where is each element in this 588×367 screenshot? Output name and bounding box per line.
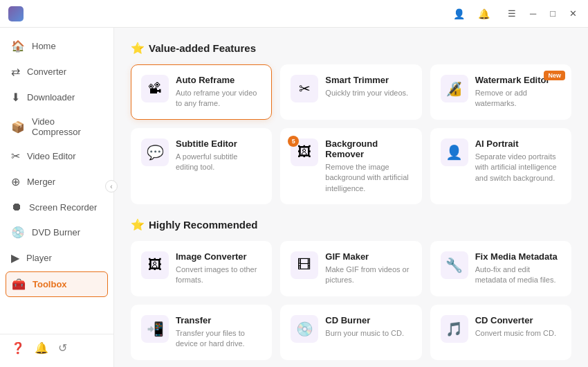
sidebar-item-video-compressor[interactable]: 📦Video Compressor xyxy=(0,110,113,143)
sidebar-item-screen-recorder[interactable]: ⏺Screen Recorder xyxy=(0,195,113,220)
feature-card-smart-trimmer[interactable]: ✂ Smart Trimmer Quickly trim your videos… xyxy=(280,64,421,120)
card-title-ai-portrait: AI Portrait xyxy=(475,138,561,149)
feature-card-cd-burner[interactable]: 💿 CD Burner Burn your music to CD. xyxy=(280,305,421,360)
card-desc-image-converter: Convert images to other formats. xyxy=(176,265,261,286)
collapse-sidebar-button[interactable]: ‹ xyxy=(105,180,118,193)
card-icon-transfer: 📲 xyxy=(141,315,169,343)
card-text-background-remover: Background Remover Remove the image back… xyxy=(325,138,411,194)
card-icon-wrapper-subtitle-editor: 💬 xyxy=(141,138,169,166)
card-desc-watermark-editor: Remove or add watermarks. xyxy=(475,88,561,109)
card-body-auto-reframe: 📽 Auto Reframe Auto reframe your video t… xyxy=(141,75,261,109)
notification-icon[interactable]: 🔔 xyxy=(475,4,494,24)
card-icon-wrapper-fix-media-metadata: 🔧 xyxy=(441,251,468,279)
card-icon-wrapper-transfer: 📲 xyxy=(141,315,169,343)
toolbox-icon: 🧰 xyxy=(12,278,26,291)
feature-card-auto-reframe[interactable]: 📽 Auto Reframe Auto reframe your video t… xyxy=(131,64,272,120)
card-text-auto-reframe: Auto Reframe Auto reframe your video to … xyxy=(176,75,261,109)
feature-card-image-converter[interactable]: 🖼 Image Converter Convert images to othe… xyxy=(131,241,272,296)
card-title-transfer: Transfer xyxy=(176,315,261,325)
card-text-transfer: Transfer Transfer your files to device o… xyxy=(176,315,261,350)
feature-card-ai-portrait[interactable]: 👤 AI Portrait Separate video portraits w… xyxy=(430,128,571,204)
sidebar: 🏠Home⇄Converter⬇Downloader📦Video Compres… xyxy=(0,28,114,367)
user-icon[interactable]: 👤 xyxy=(450,4,469,24)
card-icon-wrapper-auto-reframe: 📽 xyxy=(141,75,169,102)
maximize-button[interactable]: □ xyxy=(547,7,558,20)
screen-recorder-icon: ⏺ xyxy=(11,201,22,213)
card-icon-wrapper-background-remover: 🖼 5 xyxy=(291,138,318,166)
card-title-background-remover: Background Remover xyxy=(325,138,411,159)
card-icon-cd-burner: 💿 xyxy=(291,315,318,343)
card-icon-auto-reframe: 📽 xyxy=(141,75,169,102)
card-title-smart-trimmer: Smart Trimmer xyxy=(325,75,411,85)
sidebar-item-downloader[interactable]: ⬇Downloader xyxy=(0,84,113,110)
sidebar-label-video-compressor: Video Compressor xyxy=(32,116,102,137)
sidebar-item-dvd-burner[interactable]: 💿DVD Burner xyxy=(0,220,113,245)
main-content: ⭐Value-added Features 📽 Auto Reframe Aut… xyxy=(114,28,588,367)
card-text-fix-media-metadata: Fix Media Metadata Auto-fix and edit met… xyxy=(475,251,561,286)
feature-card-background-remover[interactable]: 🖼 5 Background Remover Remove the image … xyxy=(280,128,421,204)
card-title-cd-converter: CD Converter xyxy=(475,315,561,325)
card-text-cd-burner: CD Burner Burn your music to CD. xyxy=(325,315,411,339)
card-desc-cd-burner: Burn your music to CD. xyxy=(325,328,411,339)
titlebar: 👤 🔔 ☰ ─ □ ✕ xyxy=(0,0,588,28)
card-text-subtitle-editor: Subtitle Editor A powerful subtitle edit… xyxy=(176,138,261,173)
card-body-ai-portrait: 👤 AI Portrait Separate video portraits w… xyxy=(441,138,561,184)
card-desc-transfer: Transfer your files to device or hard dr… xyxy=(176,328,261,350)
sidebar-item-player[interactable]: ▶Player xyxy=(0,245,113,271)
card-title-subtitle-editor: Subtitle Editor xyxy=(176,138,261,149)
dvd-burner-icon: 💿 xyxy=(11,226,25,239)
card-body-background-remover: 🖼 5 Background Remover Remove the image … xyxy=(291,138,411,194)
feature-card-gif-maker[interactable]: 🎞 GIF Maker Make GIF from videos or pict… xyxy=(280,241,421,296)
card-text-gif-maker: GIF Maker Make GIF from videos or pictur… xyxy=(325,251,411,286)
sidebar-item-converter[interactable]: ⇄Converter xyxy=(0,59,113,84)
new-badge-watermark-editor: New xyxy=(544,71,565,80)
feature-card-watermark-editor[interactable]: New 🔏 Watermark Editor Remove or add wat… xyxy=(430,64,571,120)
menu-icon[interactable]: ☰ xyxy=(505,7,519,20)
card-title-image-converter: Image Converter xyxy=(176,251,261,262)
video-compressor-icon: 📦 xyxy=(11,120,25,134)
section-header-highly-recommended: ⭐Highly Recommended xyxy=(131,218,571,231)
help-icon[interactable]: ❓ xyxy=(11,341,25,355)
card-body-transfer: 📲 Transfer Transfer your files to device… xyxy=(141,315,261,350)
section-title-highly-recommended: Highly Recommended xyxy=(149,219,258,231)
sidebar-item-home[interactable]: 🏠Home xyxy=(0,33,113,59)
feature-grid-value-added: 📽 Auto Reframe Auto reframe your video t… xyxy=(131,64,571,204)
card-icon-wrapper-cd-converter: 🎵 xyxy=(441,315,468,343)
close-button[interactable]: ✕ xyxy=(567,7,580,20)
sidebar-item-video-editor[interactable]: ✂Video Editor xyxy=(0,143,113,169)
card-body-fix-media-metadata: 🔧 Fix Media Metadata Auto-fix and edit m… xyxy=(441,251,561,286)
section-title-value-added: Value-added Features xyxy=(149,42,256,54)
card-desc-ai-portrait: Separate video portraits with artificial… xyxy=(475,152,561,184)
sidebar-label-video-editor: Video Editor xyxy=(27,151,76,161)
minimize-button[interactable]: ─ xyxy=(527,7,539,20)
sidebar-bottom: ❓ 🔔 ↺ xyxy=(0,334,113,361)
feature-card-transfer[interactable]: 📲 Transfer Transfer your files to device… xyxy=(131,305,272,360)
feature-card-subtitle-editor[interactable]: 💬 Subtitle Editor A powerful subtitle ed… xyxy=(131,128,272,204)
card-title-fix-media-metadata: Fix Media Metadata xyxy=(475,251,561,262)
card-icon-smart-trimmer: ✂ xyxy=(291,75,318,102)
card-icon-wrapper-image-converter: 🖼 xyxy=(141,251,169,279)
card-title-auto-reframe: Auto Reframe xyxy=(176,75,261,85)
card-text-ai-portrait: AI Portrait Separate video portraits wit… xyxy=(475,138,561,184)
card-body-cd-burner: 💿 CD Burner Burn your music to CD. xyxy=(291,315,411,343)
card-icon-wrapper-ai-portrait: 👤 xyxy=(441,138,468,166)
section-value-added: ⭐Value-added Features 📽 Auto Reframe Aut… xyxy=(131,42,571,204)
sidebar-label-converter: Converter xyxy=(27,66,66,77)
sidebar-item-toolbox[interactable]: 🧰Toolbox xyxy=(6,271,108,297)
feature-grid-highly-recommended: 🖼 Image Converter Convert images to othe… xyxy=(131,241,571,360)
card-body-image-converter: 🖼 Image Converter Convert images to othe… xyxy=(141,251,261,286)
sidebar-label-merger: Merger xyxy=(27,177,55,187)
feature-card-cd-converter[interactable]: 🎵 CD Converter Convert music from CD. xyxy=(430,305,571,360)
bell-icon[interactable]: 🔔 xyxy=(35,341,48,355)
number-badge-background-remover: 5 xyxy=(288,136,299,147)
feature-card-fix-media-metadata[interactable]: 🔧 Fix Media Metadata Auto-fix and edit m… xyxy=(430,241,571,296)
section-icon-value-added: ⭐ xyxy=(131,42,145,55)
refresh-icon[interactable]: ↺ xyxy=(58,341,67,355)
sidebar-label-screen-recorder: Screen Recorder xyxy=(29,202,97,213)
card-text-image-converter: Image Converter Convert images to other … xyxy=(176,251,261,286)
card-icon-gif-maker: 🎞 xyxy=(291,251,318,279)
sidebar-item-merger[interactable]: ⊕Merger xyxy=(0,169,113,195)
card-icon-wrapper-smart-trimmer: ✂ xyxy=(291,75,318,102)
home-icon: 🏠 xyxy=(11,39,25,53)
card-body-smart-trimmer: ✂ Smart Trimmer Quickly trim your videos… xyxy=(291,75,411,102)
